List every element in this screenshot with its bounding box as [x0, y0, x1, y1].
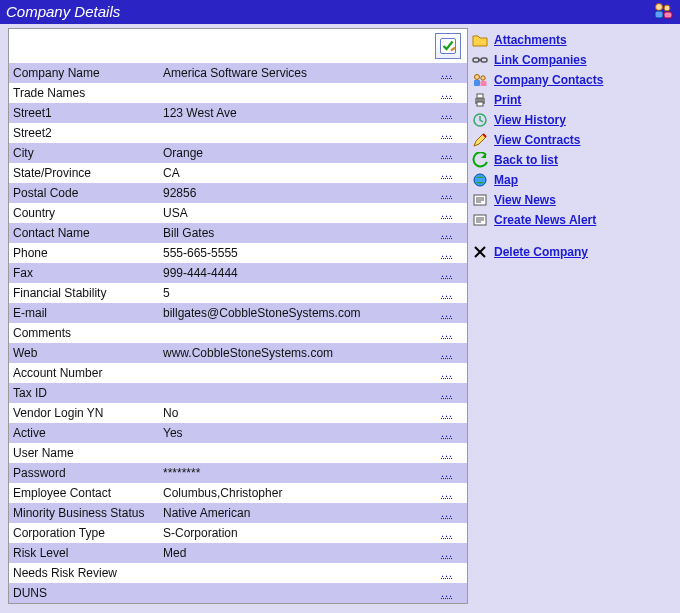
field-value [159, 363, 437, 383]
edit-field-link[interactable]: ... [441, 147, 453, 159]
edit-field-link[interactable]: ... [441, 567, 453, 579]
field-value [159, 443, 437, 463]
edit-field-link[interactable]: ... [441, 187, 453, 199]
action-print[interactable]: Print [472, 90, 664, 110]
field-row: E-mailbillgates@CobbleStoneSystems.com..… [9, 303, 467, 323]
field-row: Financial Stability5... [9, 283, 467, 303]
delete-company-link[interactable]: Delete Company [494, 245, 588, 259]
field-label: Trade Names [9, 83, 159, 103]
edit-field-link[interactable]: ... [441, 367, 453, 379]
action-view-news[interactable]: View News [472, 190, 664, 210]
field-label: Vendor Login YN [9, 403, 159, 423]
edit-field-link[interactable]: ... [441, 267, 453, 279]
action-link[interactable]: View Contracts [494, 133, 580, 147]
field-row: Vendor Login YNNo... [9, 403, 467, 423]
edit-field-link[interactable]: ... [441, 207, 453, 219]
svg-point-0 [656, 4, 663, 11]
field-label: Risk Level [9, 543, 159, 563]
edit-field-link[interactable]: ... [441, 167, 453, 179]
edit-field-link[interactable]: ... [441, 227, 453, 239]
field-label: Account Number [9, 363, 159, 383]
action-link[interactable]: Link Companies [494, 53, 587, 67]
field-row: Phone555-665-5555... [9, 243, 467, 263]
field-row: Company NameAmerica Software Services... [9, 63, 467, 83]
field-label: Active [9, 423, 159, 443]
edit-field-link[interactable]: ... [441, 587, 453, 599]
edit-field-link[interactable]: ... [441, 507, 453, 519]
field-row: Risk LevelMed... [9, 543, 467, 563]
svg-rect-15 [477, 102, 483, 106]
field-row: CountryUSA... [9, 203, 467, 223]
field-value [159, 123, 437, 143]
edit-field-link[interactable]: ... [441, 387, 453, 399]
action-view-contracts[interactable]: View Contracts [472, 130, 664, 150]
link-icon [472, 52, 488, 68]
field-row: Trade Names... [9, 83, 467, 103]
field-label: Postal Code [9, 183, 159, 203]
field-value: Orange [159, 143, 437, 163]
validate-icon[interactable] [435, 33, 461, 59]
back-icon [472, 152, 488, 168]
field-row: Street1123 West Ave... [9, 103, 467, 123]
edit-field-link[interactable]: ... [441, 547, 453, 559]
edit-field-link[interactable]: ... [441, 347, 453, 359]
svg-point-11 [481, 76, 485, 80]
action-link[interactable]: Company Contacts [494, 73, 603, 87]
action-link[interactable]: Back to list [494, 153, 558, 167]
field-value: www.CobbleStoneSystems.com [159, 343, 437, 363]
field-value [159, 83, 437, 103]
edit-field-link[interactable]: ... [441, 287, 453, 299]
field-value: 999-444-4444 [159, 263, 437, 283]
edit-field-link[interactable]: ... [441, 487, 453, 499]
action-attachments[interactable]: Attachments [472, 30, 664, 50]
edit-field-link[interactable]: ... [441, 307, 453, 319]
news-icon [472, 192, 488, 208]
edit-field-link[interactable]: ... [441, 447, 453, 459]
edit-field-link[interactable]: ... [441, 67, 453, 79]
field-label: DUNS [9, 583, 159, 603]
field-label: Street1 [9, 103, 159, 123]
svg-point-17 [474, 174, 486, 186]
title-bar: Company Details [0, 0, 680, 24]
action-link[interactable]: Print [494, 93, 521, 107]
action-link[interactable]: View News [494, 193, 556, 207]
action-link[interactable]: View History [494, 113, 566, 127]
action-view-history[interactable]: View History [472, 110, 664, 130]
field-label: Password [9, 463, 159, 483]
history-icon [472, 112, 488, 128]
field-label: Country [9, 203, 159, 223]
field-row: Contact NameBill Gates... [9, 223, 467, 243]
edit-field-link[interactable]: ... [441, 527, 453, 539]
field-value: S-Corporation [159, 523, 437, 543]
edit-field-link[interactable]: ... [441, 467, 453, 479]
action-link[interactable]: Map [494, 173, 518, 187]
field-row: Postal Code92856... [9, 183, 467, 203]
action-delete-company[interactable]: Delete Company [472, 242, 664, 262]
edit-field-link[interactable]: ... [441, 407, 453, 419]
actions-panel: AttachmentsLink CompaniesCompany Contact… [468, 24, 668, 268]
edit-field-link[interactable]: ... [441, 87, 453, 99]
field-row: Comments... [9, 323, 467, 343]
svg-rect-10 [474, 80, 480, 86]
edit-field-link[interactable]: ... [441, 107, 453, 119]
field-row: Needs Risk Review... [9, 563, 467, 583]
action-map[interactable]: Map [472, 170, 664, 190]
edit-field-link[interactable]: ... [441, 327, 453, 339]
action-link[interactable]: Attachments [494, 33, 567, 47]
title-bar-icons [652, 2, 674, 20]
field-value: Yes [159, 423, 437, 443]
field-row: Fax999-444-4444... [9, 263, 467, 283]
edit-field-link[interactable]: ... [441, 427, 453, 439]
action-create-news-alert[interactable]: Create News Alert [472, 210, 664, 230]
pen-icon [472, 132, 488, 148]
field-value: Columbus,Christopher [159, 483, 437, 503]
folder-icon [472, 32, 488, 48]
field-label: Employee Contact [9, 483, 159, 503]
edit-field-link[interactable]: ... [441, 127, 453, 139]
action-company-contacts[interactable]: Company Contacts [472, 70, 664, 90]
field-value: 92856 [159, 183, 437, 203]
action-back-to-list[interactable]: Back to list [472, 150, 664, 170]
action-link[interactable]: Create News Alert [494, 213, 596, 227]
action-link-companies[interactable]: Link Companies [472, 50, 664, 70]
edit-field-link[interactable]: ... [441, 247, 453, 259]
